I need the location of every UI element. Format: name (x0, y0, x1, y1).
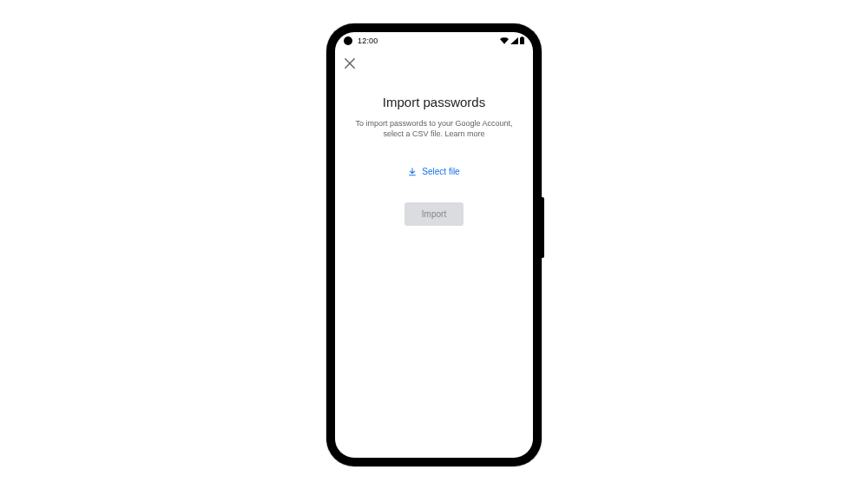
phone-side-button (542, 197, 544, 258)
status-bar: 12:00 (335, 32, 533, 50)
page-title: Import passwords (347, 95, 521, 109)
page-description: To import passwords to your Google Accou… (347, 118, 521, 140)
battery-icon (520, 36, 524, 44)
import-button[interactable]: Import (404, 202, 464, 226)
wifi-icon (500, 37, 509, 44)
close-icon[interactable] (344, 57, 356, 69)
status-bar-left: 12:00 (344, 36, 378, 45)
app-bar (335, 50, 533, 77)
select-file-button[interactable]: Select file (408, 167, 459, 176)
svg-rect-1 (522, 36, 523, 38)
download-icon (408, 168, 417, 176)
cellular-icon (510, 37, 518, 44)
phone-frame: 12:00 (326, 23, 542, 466)
clock-label: 12:00 (358, 36, 378, 45)
main-content: Import passwords To import passwords to … (335, 77, 533, 227)
select-file-label: Select file (422, 167, 459, 176)
camera-hole (344, 36, 352, 45)
svg-rect-0 (520, 37, 524, 44)
status-bar-right (500, 36, 524, 44)
phone-screen: 12:00 (335, 32, 533, 458)
